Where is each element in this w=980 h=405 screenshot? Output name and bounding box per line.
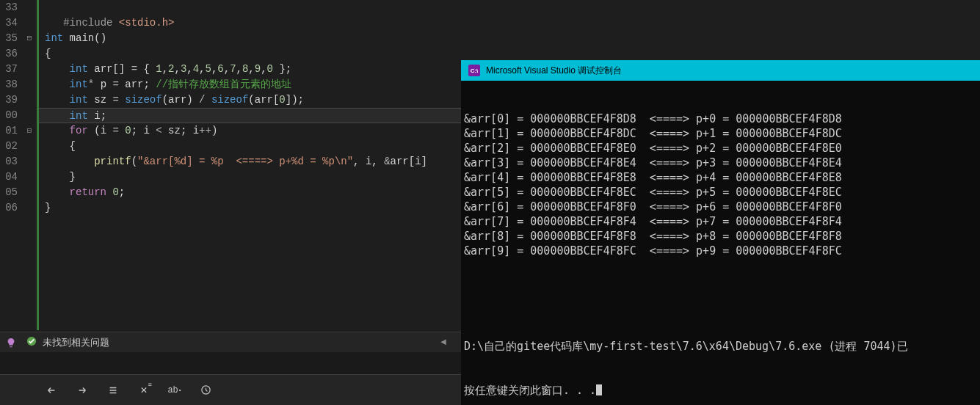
console-app-icon: C:\	[468, 65, 480, 76]
line-number-gutter: 3334353637383900010203040506	[0, 0, 22, 330]
console-exit-line: D:\自己的gitee代码库\my-first-test\7.6\x64\Deb…	[464, 339, 977, 354]
check-icon	[26, 336, 37, 349]
console-output-line: &arr[1] = 000000BBCEF4F8DC <====> p+1 = …	[464, 126, 977, 141]
console-output-line: &arr[3] = 000000BBCEF4F8E4 <====> p+3 = …	[464, 156, 977, 170]
console-output[interactable]: &arr[0] = 000000BBCEF4F8D8 <====> p+0 = …	[461, 81, 980, 405]
find-toolbar: ✕≡ ab•	[0, 374, 461, 405]
clear-icon[interactable]: ✕≡	[137, 383, 151, 398]
console-output-line: &arr[4] = 000000BBCEF4F8E8 <====> p+4 = …	[464, 170, 977, 185]
debug-console-window[interactable]: C:\ Microsoft Visual Studio 调试控制台 &arr[0…	[461, 60, 980, 405]
status-text: 未找到相关问题	[43, 336, 109, 349]
code-editor[interactable]: 3334353637383900010203040506 ⊟⊟ #include…	[0, 0, 461, 330]
prev-result-button[interactable]	[44, 383, 59, 398]
console-title-text: Microsoft Visual Studio 调试控制台	[486, 65, 622, 77]
console-output-line: &arr[8] = 000000BBCEF4F8F8 <====> p+8 = …	[464, 229, 977, 244]
lightbulb-icon[interactable]	[0, 332, 22, 353]
history-icon[interactable]	[198, 383, 213, 398]
panel-gap	[0, 352, 461, 374]
console-output-line: &arr[6] = 000000BBCEF4F8F0 <====> p+6 = …	[464, 200, 977, 214]
cursor-block	[596, 384, 602, 395]
next-result-button[interactable]	[75, 383, 90, 398]
console-prompt-line: 按任意键关闭此窗口. . .	[464, 383, 977, 398]
match-case-icon[interactable]: ab•	[167, 383, 182, 398]
list-icon[interactable]	[106, 383, 120, 398]
console-output-line: &arr[0] = 000000BBCEF4F8D8 <====> p+0 = …	[464, 112, 977, 126]
console-output-line: &arr[9] = 000000BBCEF4F8FC <====> p+9 = …	[464, 244, 977, 258]
console-titlebar[interactable]: C:\ Microsoft Visual Studio 调试控制台	[461, 60, 980, 81]
console-output-line: &arr[7] = 000000BBCEF4F8F4 <====> p+7 = …	[464, 214, 977, 229]
collapse-arrow-icon[interactable]: ◄	[440, 337, 446, 348]
fold-marker-column[interactable]: ⊟⊟	[22, 0, 37, 330]
status-bar: 未找到相关问题 ◄	[0, 332, 461, 352]
console-output-line: &arr[5] = 000000BBCEF4F8EC <====> p+5 = …	[464, 185, 977, 200]
console-output-line: &arr[2] = 000000BBCEF4F8E0 <====> p+2 = …	[464, 141, 977, 156]
code-content[interactable]: #include <stdio.h>int main(){ int arr[] …	[37, 0, 461, 330]
